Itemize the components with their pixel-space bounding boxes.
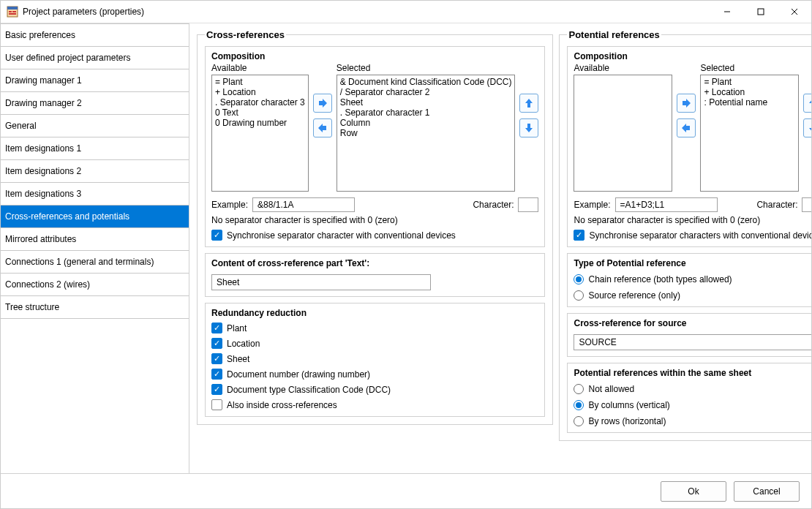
cr-character-label: Character: [473,200,514,210]
redundancy-checkbox[interactable] [211,384,222,395]
svg-rect-3 [12,11,16,12]
redundancy-checkbox[interactable] [211,353,222,364]
redundancy-label: Sheet [227,354,249,364]
sidebar-item[interactable]: Drawing manager 1 [1,69,189,92]
pr-source-group: Cross-reference for source [567,313,811,357]
pr-example-value: =A1+D3;L1 [615,197,718,212]
sidebar-item[interactable]: Tree structure [1,295,189,319]
cr-add-button[interactable] [313,94,332,113]
cr-composition-legend: Composition [211,51,538,61]
pr-type-radio[interactable] [574,274,584,284]
sidebar-item[interactable]: Drawing manager 2 [1,91,189,115]
pr-type-legend: Type of Potential reference [574,258,811,268]
pr-move-down-button[interactable] [803,118,811,137]
redundancy-checkbox[interactable] [211,369,222,380]
content: Basic preferencesUser defined project pa… [1,23,811,473]
svg-rect-6 [758,9,764,15]
potential-references-legend: Potential references [567,29,661,40]
redundancy-checkbox[interactable] [211,338,222,349]
window-title: Project parameters (properties) [23,7,710,17]
pr-same-sheet-radio[interactable] [574,384,584,394]
sidebar-item[interactable]: Basic preferences [1,23,189,47]
sidebar: Basic preferencesUser defined project pa… [1,23,189,473]
main-panel: Cross-references Composition Available =… [189,23,811,473]
cr-hint: No separator character is specified with… [211,215,538,225]
footer: Ok Cancel [1,473,811,508]
cr-content-text-input[interactable] [211,274,431,290]
cross-references-group: Cross-references Composition Available =… [197,29,553,425]
pr-sync-label: Synchronise separator characters with co… [589,230,811,241]
sidebar-item[interactable]: General [1,114,189,137]
pr-hint: No separator character is specified with… [574,215,811,225]
sidebar-item[interactable]: Connections 1 (general and terminals) [1,250,189,274]
cr-content-text-legend: Content of cross-reference part 'Text': [211,258,538,268]
pr-same-sheet-group: Potential references within the same she… [567,363,811,433]
pr-same-sheet-label: By rows (horizontal) [588,416,666,426]
pr-sync-checkbox[interactable] [574,230,584,241]
pr-same-sheet-label: By columns (vertical) [588,400,669,410]
pr-character-input[interactable] [802,197,811,212]
window: Project parameters (properties) Basic pr… [0,0,812,509]
cross-references-legend: Cross-references [205,29,286,40]
pr-same-sheet-label: Not allowed [588,384,634,394]
ok-button[interactable]: Ok [661,481,726,502]
maximize-button[interactable] [744,1,778,23]
cr-example-value: &88/1.1A [252,197,355,212]
sidebar-item[interactable]: Item designations 1 [1,137,189,160]
cr-selected-list[interactable]: & Document kind Classification Code (DCC… [337,75,516,192]
pr-selected-label: Selected [700,63,734,73]
cr-redundancy-group: Redundancy reduction PlantLocationSheetD… [205,303,545,417]
titlebar: Project parameters (properties) [1,1,811,23]
cancel-button[interactable]: Cancel [734,481,800,502]
pr-available-label: Available [574,63,609,73]
window-controls [710,1,811,23]
pr-source-input[interactable] [574,334,811,350]
cr-sync-label: Synchronise separator character with con… [227,230,456,241]
redundancy-label: Location [227,339,260,349]
svg-rect-4 [9,13,16,15]
svg-rect-1 [7,7,18,10]
cr-move-up-button[interactable] [519,94,538,113]
cr-example-label: Example: [211,200,248,210]
cr-move-down-button[interactable] [519,118,538,137]
pr-source-legend: Cross-reference for source [574,318,811,328]
cr-sync-checkbox[interactable] [211,230,222,241]
pr-available-list[interactable] [574,75,672,192]
cr-available-label: Available [211,63,247,73]
sidebar-item[interactable]: User defined project parameters [1,46,189,69]
sidebar-item[interactable]: Item designations 2 [1,159,189,183]
cr-content-text-group: Content of cross-reference part 'Text': [205,253,545,297]
pr-remove-button[interactable] [677,118,696,137]
pr-type-group: Type of Potential reference Chain refere… [567,253,811,307]
cross-references-column: Cross-references Composition Available =… [197,29,553,470]
svg-rect-2 [9,11,12,12]
pr-same-sheet-radio[interactable] [574,416,584,426]
pr-add-button[interactable] [677,94,696,113]
redundancy-label: Plant [227,323,247,333]
pr-character-label: Character: [756,200,797,210]
potential-references-group: Potential references Composition Availab… [559,29,811,441]
sidebar-item[interactable]: Item designations 3 [1,182,189,206]
cr-selected-label: Selected [337,63,371,73]
redundancy-checkbox[interactable] [211,323,222,333]
close-button[interactable] [778,1,811,23]
cr-available-list[interactable]: = Plant + Location . Separator character… [211,75,309,192]
sidebar-item[interactable]: Connections 2 (wires) [1,273,189,296]
pr-example-label: Example: [574,200,610,210]
pr-same-sheet-legend: Potential references within the same she… [574,368,811,378]
pr-same-sheet-radio[interactable] [574,400,584,410]
pr-type-label: Source reference (only) [588,290,680,301]
redundancy-checkbox[interactable] [211,399,222,410]
pr-selected-list[interactable]: = Plant + Location : Potential name [700,75,799,192]
cr-composition-group: Composition Available = Plant + Location… [205,46,545,247]
cr-character-input[interactable] [518,197,538,212]
cr-remove-button[interactable] [313,118,332,137]
pr-move-up-button[interactable] [803,94,811,113]
minimize-button[interactable] [710,1,744,23]
pr-composition-group: Composition Available Selecte [567,46,811,247]
pr-composition-legend: Composition [574,51,811,61]
sidebar-item[interactable]: Mirrored attributes [1,227,189,251]
sidebar-item[interactable]: Cross-references and potentials [1,205,189,228]
pr-type-radio[interactable] [574,290,584,301]
pr-type-label: Chain reference (both types allowed) [588,274,732,284]
